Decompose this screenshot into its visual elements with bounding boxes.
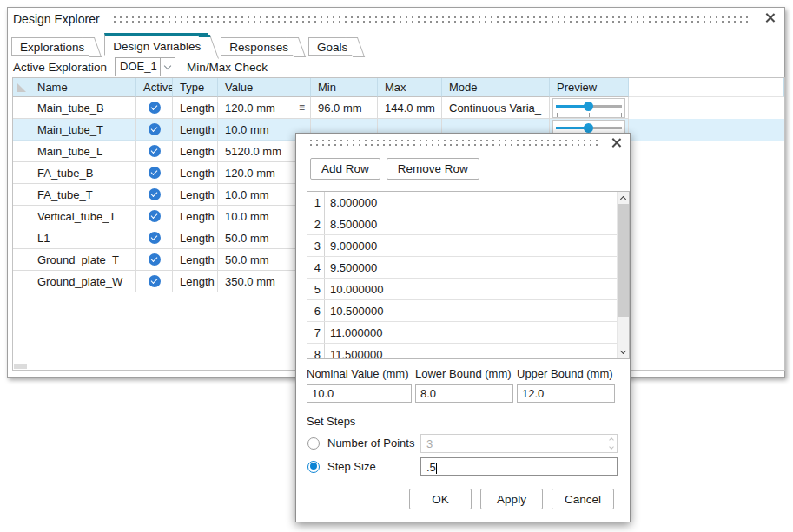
step-size-option[interactable]: Step Size [307,460,376,473]
row-selector[interactable] [13,141,30,162]
menu-icon[interactable]: ≡ [299,102,310,114]
column-header-type[interactable]: Type [173,78,218,97]
cell-max[interactable]: 144.0 mm [378,97,442,119]
column-header-mode[interactable]: Mode [442,78,550,97]
nominal-value-field[interactable] [307,384,412,403]
row-selector[interactable] [13,249,30,271]
scroll-down-arrow-icon[interactable] [618,346,629,358]
apply-button[interactable]: Apply [480,489,543,509]
cell-name[interactable]: FA_tube_B [30,162,136,184]
cell-type[interactable]: Length [173,249,218,271]
row-selector[interactable] [13,162,30,184]
active-toggle[interactable] [136,141,173,162]
radio-unselected-icon[interactable] [307,437,320,450]
active-toggle[interactable] [136,271,173,292]
active-toggle[interactable] [136,249,173,271]
list-item[interactable]: 8 11.500000 [307,344,629,359]
radio-selected-icon[interactable] [307,461,320,473]
spinner-down-icon[interactable] [605,443,617,452]
close-icon[interactable] [764,12,776,23]
lower-bound-field[interactable] [415,384,513,403]
drag-handle-dots[interactable] [310,140,602,146]
cell-type[interactable]: Length [173,97,218,119]
upper-bound-field[interactable] [517,384,615,403]
remove-row-button[interactable]: Remove Row [387,158,479,180]
cell-name[interactable]: FA_tube_T [30,184,136,206]
scrollbar-thumb[interactable] [618,204,629,317]
column-header-min[interactable]: Min [311,78,378,97]
slider-handle[interactable] [584,123,593,133]
row-selector[interactable] [13,184,30,206]
list-item[interactable]: 4 9.500000 [307,257,629,279]
cell-type[interactable]: Length [173,119,218,141]
column-header-value[interactable]: Value [218,78,311,97]
cell-name[interactable]: L1 [30,227,136,249]
spinner-up-icon[interactable] [605,435,617,443]
ok-button[interactable]: OK [409,489,472,509]
slider-handle[interactable] [584,102,593,111]
tab-goals[interactable]: Goals [308,37,354,56]
active-toggle[interactable] [136,119,173,141]
scroll-up-arrow-icon[interactable] [618,192,629,204]
check-icon [149,145,161,157]
cell-name[interactable]: Main_tube_L [30,141,136,162]
tab-explorations[interactable]: Explorations [11,37,91,56]
scrollbar-corner-stub [14,364,27,369]
chevron-down-icon[interactable] [160,58,175,76]
vertical-scrollbar[interactable] [617,192,629,358]
select-all-corner[interactable] [13,78,30,97]
cell-name[interactable]: Ground_plate_T [30,249,136,271]
spinner-arrows[interactable] [605,435,617,452]
cell-min[interactable]: 96.0 mm [311,97,378,119]
tab-design-variables[interactable]: Design Variables [104,33,208,56]
cell-mode[interactable]: Continuous Varia_ [442,97,550,119]
list-item[interactable]: 2 8.500000 [307,213,629,235]
column-header-name[interactable]: Name [30,78,136,97]
cancel-button[interactable]: Cancel [552,489,614,509]
row-selector[interactable] [13,97,30,119]
number-of-points-field[interactable]: 3 [420,434,618,453]
cell-type[interactable]: Length [173,227,218,249]
active-toggle[interactable] [136,162,173,184]
list-item[interactable]: 7 11.000000 [307,322,629,344]
active-toggle[interactable] [136,206,173,227]
upper-bound-label: Upper Bound (mm) [517,367,613,380]
preview-slider[interactable] [552,98,625,118]
list-item[interactable]: 3 9.000000 [307,235,629,257]
cell-name[interactable]: Main_tube_T [30,119,136,141]
cell-type[interactable]: Length [173,206,218,227]
check-icon [149,232,161,244]
exploration-select[interactable]: DOE_1 [115,57,175,76]
tab-responses[interactable]: Responses [221,37,295,56]
table-row[interactable]: Main_tube_B Length 120.0 mm ≡ 96.0 mm 14… [13,97,784,119]
check-icon [149,253,161,266]
active-toggle[interactable] [136,184,173,206]
cell-value[interactable]: 120.0 mm ≡ [218,97,311,119]
active-toggle[interactable] [136,97,173,119]
cell-type[interactable]: Length [173,271,218,292]
cell-type[interactable]: Length [173,184,218,206]
list-item[interactable]: 1 8.000000 [307,192,629,213]
list-item[interactable]: 5 10.000000 [307,279,629,300]
number-of-points-option[interactable]: Number of Points [307,437,414,450]
row-selector[interactable] [13,227,30,249]
cell-name[interactable]: Main_tube_B [30,97,136,119]
row-selector[interactable] [13,271,30,292]
column-header-max[interactable]: Max [378,78,442,97]
cell-type[interactable]: Length [173,141,218,162]
cell-preview [550,97,629,119]
drag-handle-dots[interactable] [114,16,751,23]
row-selector[interactable] [13,119,30,141]
add-row-button[interactable]: Add Row [310,158,380,180]
dialog-action-buttons: OK Apply Cancel [409,489,614,509]
step-size-field[interactable]: .5 [420,457,618,476]
column-header-preview[interactable]: Preview [550,78,629,97]
cell-name[interactable]: Ground_plate_W [30,271,136,292]
list-item[interactable]: 6 10.500000 [307,300,629,322]
cell-name[interactable]: Vertical_tube_T [30,206,136,227]
cell-type[interactable]: Length [173,162,218,184]
column-header-active[interactable]: Active [136,78,173,97]
close-icon[interactable] [611,137,622,148]
active-toggle[interactable] [136,227,173,249]
row-selector[interactable] [13,206,30,227]
